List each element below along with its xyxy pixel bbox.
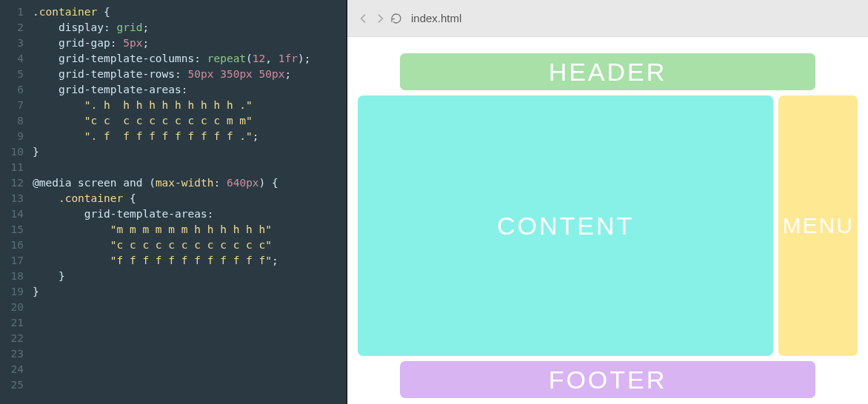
line-number: 12: [0, 175, 24, 191]
nav-buttons: [358, 13, 402, 24]
code-content[interactable]: .container { display: grid; grid-gap: 5p…: [33, 4, 347, 404]
code-line[interactable]: grid-template-areas:: [33, 206, 347, 222]
area-footer: FOOTER: [400, 361, 815, 398]
line-number: 18: [0, 269, 24, 284]
code-line[interactable]: }: [33, 144, 347, 160]
line-gutter: 1234567891011121314151617181920212223242…: [0, 4, 33, 404]
code-line[interactable]: display: grid;: [33, 20, 347, 36]
area-content: CONTENT: [358, 95, 773, 356]
line-number: 7: [0, 98, 24, 113]
area-header: HEADER: [400, 53, 815, 90]
browser-preview: index.html HEADER CONTENT MENU FOOTER: [347, 0, 868, 404]
line-number: 13: [0, 191, 24, 206]
code-line[interactable]: @media screen and (max-width: 640px) {: [33, 175, 347, 191]
code-line[interactable]: .container {: [33, 191, 347, 206]
code-line[interactable]: [33, 331, 347, 346]
forward-icon[interactable]: [374, 13, 386, 24]
code-line[interactable]: [33, 315, 347, 331]
browser-chrome: index.html: [347, 0, 868, 37]
code-line[interactable]: grid-template-columns: repeat(12, 1fr);: [33, 51, 347, 67]
url-text: index.html: [411, 12, 461, 24]
code-line[interactable]: "m m m m m m h h h h h h": [33, 222, 347, 238]
line-number: 21: [0, 315, 24, 331]
reload-icon[interactable]: [390, 13, 402, 24]
code-line[interactable]: grid-gap: 5px;: [33, 36, 347, 51]
line-number: 3: [0, 36, 24, 51]
line-number: 1: [0, 4, 24, 20]
grid-container: HEADER CONTENT MENU FOOTER: [358, 53, 858, 398]
line-number: 20: [0, 300, 24, 315]
line-number: 25: [0, 377, 24, 393]
code-line[interactable]: [33, 346, 347, 362]
line-number: 14: [0, 206, 24, 222]
line-number: 11: [0, 160, 24, 175]
code-line[interactable]: ". h h h h h h h h h h .": [33, 98, 347, 113]
code-line[interactable]: ". f f f f f f f f f f .";: [33, 129, 347, 144]
line-number: 17: [0, 253, 24, 269]
line-number: 23: [0, 346, 24, 362]
line-number: 10: [0, 144, 24, 160]
code-line[interactable]: grid-template-rows: 50px 350px 50px;: [33, 67, 347, 82]
area-menu: MENU: [778, 95, 858, 356]
line-number: 8: [0, 113, 24, 129]
code-line[interactable]: "f f f f f f f f f f f f";: [33, 253, 347, 269]
line-number: 24: [0, 362, 24, 377]
line-number: 16: [0, 238, 24, 253]
code-line[interactable]: grid-template-areas:: [33, 82, 347, 98]
code-line[interactable]: [33, 300, 347, 315]
line-number: 9: [0, 129, 24, 144]
line-number: 2: [0, 20, 24, 36]
code-line[interactable]: "c c c c c c c c c c m m": [33, 113, 347, 129]
line-number: 15: [0, 222, 24, 238]
line-number: 5: [0, 67, 24, 82]
line-number: 6: [0, 82, 24, 98]
code-line[interactable]: [33, 160, 347, 175]
line-number: 4: [0, 51, 24, 67]
code-line[interactable]: [33, 377, 347, 393]
line-number: 22: [0, 331, 24, 346]
line-number: 19: [0, 284, 24, 300]
back-icon[interactable]: [358, 13, 370, 24]
code-line[interactable]: "c c c c c c c c c c c c": [33, 238, 347, 253]
code-line[interactable]: [33, 362, 347, 377]
code-editor[interactable]: 1234567891011121314151617181920212223242…: [0, 0, 347, 404]
code-line[interactable]: }: [33, 269, 347, 284]
viewport: HEADER CONTENT MENU FOOTER: [347, 37, 868, 404]
code-line[interactable]: }: [33, 284, 347, 300]
code-line[interactable]: .container {: [33, 4, 347, 20]
